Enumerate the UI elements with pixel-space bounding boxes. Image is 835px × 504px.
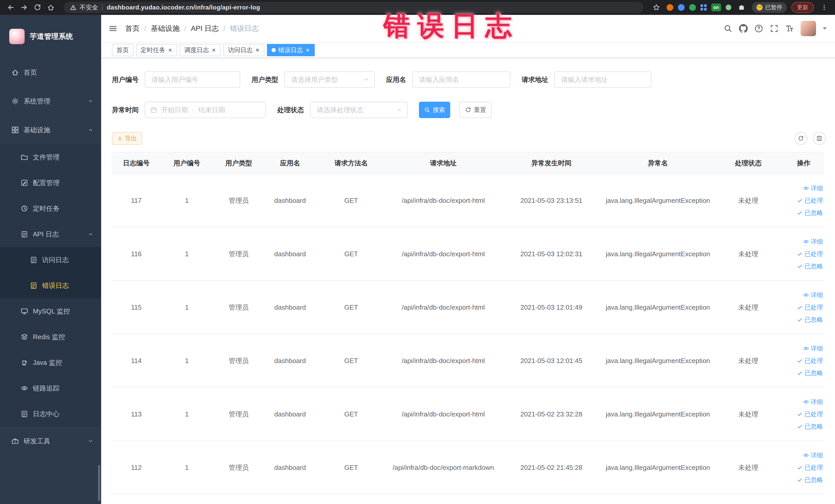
request-url-input[interactable]	[554, 72, 651, 88]
extension-puzzle-icon[interactable]	[736, 2, 747, 13]
detail-link[interactable]: 详细	[803, 398, 823, 406]
processed-link[interactable]: 已处理	[797, 196, 823, 205]
sidebar-item-system-management[interactable]: 系统管理	[0, 87, 101, 116]
breadcrumb-api-logs[interactable]: API 日志	[191, 24, 219, 33]
user-type-select[interactable]: 请选择用户类型	[284, 72, 375, 88]
search-button[interactable]: 搜索	[419, 102, 450, 118]
check-icon	[797, 370, 803, 376]
browser-update-button[interactable]: 更新	[791, 2, 814, 13]
extension-on-badge[interactable]: on	[711, 4, 721, 11]
back-button[interactable]	[5, 2, 16, 13]
col-status: 处理状态	[713, 152, 783, 174]
app-logo[interactable]: 芋道管理系统	[0, 15, 101, 58]
search-icon[interactable]	[724, 24, 732, 33]
breadcrumb-home[interactable]: 首页	[125, 24, 140, 33]
font-size-icon[interactable]	[785, 24, 794, 33]
sidebar-item-infrastructure[interactable]: 基础设施	[0, 116, 101, 144]
method-cell: GET	[316, 441, 387, 494]
ignored-link[interactable]: 已忽略	[797, 422, 823, 430]
exception-name-cell: java.lang.IllegalArgumentException	[603, 387, 713, 441]
close-icon[interactable]	[211, 48, 216, 53]
user-id-input[interactable]	[145, 72, 240, 88]
sidebar-item-scheduled-tasks[interactable]: 定时任务	[0, 196, 101, 221]
avatar-caret-down-icon[interactable]	[823, 27, 827, 30]
chevron-down-icon	[364, 77, 369, 82]
date-range-picker[interactable]: 开始日期 - 结束日期	[145, 102, 266, 118]
bookmark-star-icon[interactable]	[651, 2, 662, 13]
user-avatar[interactable]	[801, 21, 816, 36]
detail-link[interactable]: 详细	[803, 238, 823, 246]
sidebar-item-home[interactable]: 首页	[0, 58, 101, 87]
ignored-link[interactable]: 已忽略	[797, 209, 823, 217]
process-status-label: 处理状态	[277, 105, 304, 115]
paused-badge[interactable]: 已暂停	[752, 2, 787, 13]
tab-schedule-logs[interactable]: 调度日志	[180, 44, 221, 56]
sidebar-item-mysql-monitor[interactable]: MySQL 监控	[0, 298, 101, 324]
forward-button[interactable]	[19, 2, 30, 13]
extension-icon-blue[interactable]	[678, 4, 685, 11]
detail-link[interactable]: 详细	[803, 184, 823, 192]
sidebar-item-redis-monitor[interactable]: Redis 监控	[0, 324, 101, 350]
actions-cell: 详细 已处理 已忽略	[783, 281, 824, 334]
filter-app-name: 应用名	[386, 72, 510, 88]
eye-icon	[803, 185, 809, 191]
extension-icon-grid[interactable]	[700, 4, 707, 11]
fullscreen-icon[interactable]	[770, 24, 778, 33]
home-button[interactable]	[45, 2, 57, 13]
extension-icon-leaf[interactable]	[726, 5, 731, 10]
exception-name-cell: java.lang.IllegalArgumentException	[603, 281, 713, 334]
ignored-link[interactable]: 已忽略	[797, 476, 823, 484]
extension-icon-orange[interactable]	[667, 4, 673, 11]
detail-link[interactable]: 详细	[803, 451, 823, 459]
active-tab-dot	[271, 48, 276, 52]
sidebar-item-log-center[interactable]: 日志中心	[0, 401, 101, 427]
process-status-select[interactable]: 请选择处理状态	[310, 102, 408, 118]
detail-link[interactable]: 详细	[803, 344, 823, 352]
main-area: 首页 / 基础设施 / API 日志 / 错误日志	[101, 15, 835, 504]
app-name-label: 应用名	[386, 75, 406, 84]
close-icon[interactable]	[168, 48, 172, 53]
close-icon[interactable]	[305, 48, 310, 53]
column-settings-button[interactable]	[813, 132, 826, 145]
url-bar[interactable]: 不安全 dashboard.yudao.iocoder.cn/infra/log…	[64, 2, 644, 13]
exception-time-cell: 2021-05-03 12:01:45	[500, 334, 603, 387]
close-icon[interactable]	[255, 48, 260, 53]
sidebar-item-trace[interactable]: 链路追踪	[0, 375, 101, 401]
tab-access-logs[interactable]: 访问日志	[223, 44, 264, 56]
app-name-input[interactable]	[412, 72, 510, 88]
export-button[interactable]: 导出	[112, 132, 142, 145]
sidebar-item-dev-tools[interactable]: 研发工具	[0, 427, 101, 456]
ignored-link[interactable]: 已忽略	[797, 316, 823, 324]
tab-error-logs[interactable]: 错误日志	[267, 44, 315, 56]
sidebar-item-error-logs[interactable]: 错误日志	[0, 273, 101, 298]
help-icon[interactable]	[754, 24, 763, 33]
eye-icon	[803, 345, 809, 351]
sidebar-item-config-management[interactable]: 配置管理	[0, 170, 101, 196]
request-url-cell: /api/infra/db-doc/export-html	[387, 281, 500, 334]
detail-link[interactable]: 详细	[803, 291, 823, 299]
extension-icon-green[interactable]	[689, 4, 696, 11]
table-tools	[794, 132, 826, 145]
github-icon[interactable]	[739, 24, 748, 33]
sidebar-scrollbar-thumb[interactable]	[98, 465, 100, 501]
browser-menu-kebab-icon[interactable]	[819, 2, 830, 13]
processed-link[interactable]: 已处理	[797, 357, 823, 365]
processed-link[interactable]: 已处理	[797, 410, 823, 418]
ignored-link[interactable]: 已忽略	[797, 262, 823, 270]
reset-button[interactable]: 重置	[460, 102, 492, 118]
sidebar-item-access-logs[interactable]: 访问日志	[0, 247, 101, 273]
processed-link[interactable]: 已处理	[797, 303, 823, 311]
sidebar-item-file-management[interactable]: 文件管理	[0, 144, 101, 170]
sidebar-item-api-logs[interactable]: API 日志	[0, 221, 101, 247]
processed-link[interactable]: 已处理	[797, 463, 823, 472]
processed-link[interactable]: 已处理	[797, 250, 823, 258]
breadcrumb-infrastructure[interactable]: 基础设施	[151, 24, 180, 33]
tab-scheduled-tasks[interactable]: 定时任务	[136, 44, 177, 56]
refresh-button[interactable]	[794, 132, 807, 145]
hamburger-menu-icon[interactable]	[108, 24, 118, 33]
tab-home[interactable]: 首页	[112, 44, 134, 56]
ignored-link[interactable]: 已忽略	[797, 369, 823, 377]
reload-button[interactable]	[32, 2, 43, 13]
url-text: dashboard.yudao.iocoder.cn/infra/log/api…	[107, 4, 260, 11]
sidebar-item-java-monitor[interactable]: Java 监控	[0, 350, 101, 375]
